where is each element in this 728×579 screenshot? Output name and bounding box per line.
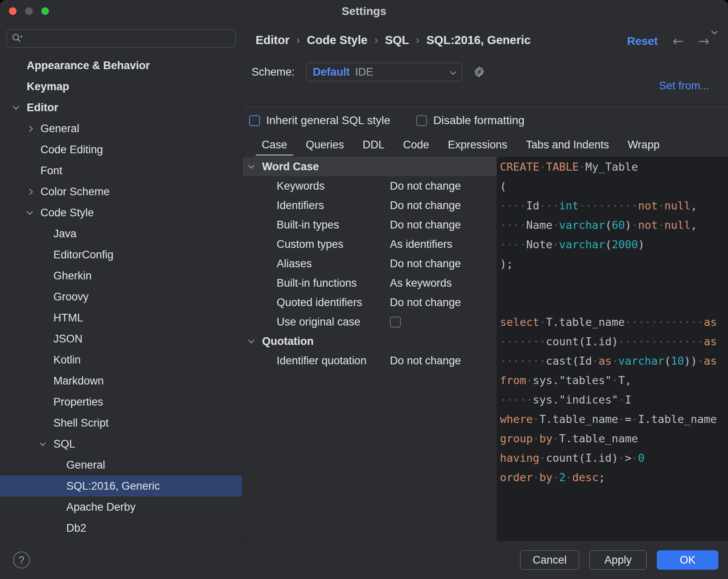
sidebar-item-label: HTML <box>53 312 83 324</box>
sidebar-item-code-editing[interactable]: Code Editing <box>0 139 242 160</box>
sidebar-item-font[interactable]: Font <box>0 160 242 181</box>
sidebar-item-editorconfig[interactable]: EditorConfig <box>0 244 242 265</box>
code-token: My_Table <box>585 161 638 173</box>
search-input[interactable] <box>6 29 236 48</box>
setting-value-dropdown[interactable]: Do not change <box>390 219 461 231</box>
group-header-quotation[interactable]: Quotation <box>243 332 497 351</box>
options-row: Inherit general SQL style Disable format… <box>249 109 525 132</box>
sidebar-item-label: Color Scheme <box>40 186 110 198</box>
sidebar-item-groovy[interactable]: Groovy <box>0 286 242 307</box>
code-token: · <box>631 413 638 425</box>
sidebar-item-label: Java <box>53 228 76 240</box>
sidebar-item-label: Gherkin <box>53 270 92 282</box>
disable-formatting-checkbox[interactable] <box>416 115 427 126</box>
sidebar-item-properties[interactable]: Properties <box>0 391 242 412</box>
inherit-sql-style-checkbox[interactable] <box>249 115 260 126</box>
scheme-select[interactable]: Default IDE <box>306 63 462 81</box>
tab-tabs-and-indents[interactable]: Tabs and Indents <box>516 133 618 157</box>
sidebar-item-keymap[interactable]: Keymap <box>0 76 242 97</box>
code-token: Id <box>526 199 540 212</box>
sidebar-item-label: Appearance & Behavior <box>27 59 150 72</box>
sidebar-item-json[interactable]: JSON <box>0 328 242 349</box>
help-button[interactable]: ? <box>13 552 30 568</box>
tab-expressions[interactable]: Expressions <box>438 133 516 157</box>
setting-value-dropdown[interactable]: Do not change <box>390 199 461 212</box>
tab-queries[interactable]: Queries <box>296 133 353 157</box>
zoom-window-button[interactable] <box>41 7 49 15</box>
back-icon[interactable]: ← <box>673 34 684 48</box>
sidebar-item-gherkin[interactable]: Gherkin <box>0 265 242 286</box>
sidebar-item-editor[interactable]: Editor <box>0 97 242 118</box>
sidebar-item-sql-2016-generic[interactable]: SQL:2016, Generic <box>0 475 242 497</box>
close-window-button[interactable] <box>9 7 17 15</box>
tab-code[interactable]: Code <box>394 133 439 157</box>
chevron-right-icon: › <box>296 34 300 46</box>
sidebar-item-general[interactable]: General <box>0 118 242 139</box>
code-token: · <box>631 452 638 464</box>
tab-ddl[interactable]: DDL <box>353 133 394 157</box>
sidebar-item-kotlin[interactable]: Kotlin <box>0 349 242 370</box>
cancel-button[interactable]: Cancel <box>520 550 579 570</box>
case-settings-list: Word CaseKeywordsDo not changeIdentifier… <box>243 157 497 541</box>
sidebar-item-markdown[interactable]: Markdown <box>0 370 242 391</box>
ok-button[interactable]: OK <box>657 550 718 570</box>
use-original-case-checkbox[interactable] <box>390 317 401 328</box>
sidebar-item-code-style[interactable]: Code Style <box>0 202 242 223</box>
sidebar-item-label: Font <box>40 165 62 177</box>
code-token: sys."indices" <box>533 393 618 406</box>
sidebar-item-db2[interactable]: Db2 <box>0 518 242 539</box>
gear-icon[interactable] <box>473 66 486 78</box>
apply-button[interactable]: Apply <box>589 550 647 570</box>
sidebar-item-html[interactable]: HTML <box>0 307 242 328</box>
chevron-right-icon[interactable] <box>28 190 40 194</box>
forward-icon[interactable]: → <box>698 34 709 48</box>
breadcrumb-item-sql[interactable]: SQL <box>385 34 409 47</box>
tab-case[interactable]: Case <box>252 133 296 157</box>
code-token: varchar <box>559 219 605 231</box>
minimize-window-button[interactable] <box>25 7 33 15</box>
chevron-right-icon[interactable] <box>28 127 40 131</box>
code-token: from <box>500 374 526 387</box>
chevron-down-icon[interactable] <box>40 443 53 445</box>
sidebar-item-appearance-behavior[interactable]: Appearance & Behavior <box>0 55 242 76</box>
tab-wrapp[interactable]: Wrapp <box>618 133 669 157</box>
code-token: ······· <box>500 355 546 367</box>
setting-value-dropdown[interactable]: As identifiers <box>390 238 453 251</box>
sidebar-item-label: Shell Script <box>53 417 109 429</box>
breadcrumb-item-editor[interactable]: Editor <box>256 34 290 47</box>
sidebar-item-shell-script[interactable]: Shell Script <box>0 412 242 433</box>
code-token: ···· <box>500 219 526 231</box>
header-divider <box>243 107 728 108</box>
sidebar-item-label: Code Editing <box>40 144 103 156</box>
sidebar-item-java[interactable]: Java <box>0 223 242 244</box>
scheme-value: Default <box>313 66 350 78</box>
setting-value-dropdown[interactable]: Do not change <box>390 180 461 192</box>
reset-button[interactable]: Reset <box>627 35 658 48</box>
code-line: ·····sys."indices"·I <box>500 390 728 410</box>
sidebar-item-color-scheme[interactable]: Color Scheme <box>0 181 242 202</box>
group-header-word-case[interactable]: Word Case <box>243 157 497 176</box>
sidebar-item-general[interactable]: General <box>0 454 242 475</box>
chevron-down-icon[interactable] <box>28 211 40 214</box>
setting-value-dropdown[interactable]: Do not change <box>390 355 461 367</box>
set-from-link[interactable]: Set from... <box>659 80 709 92</box>
chevron-down-icon[interactable] <box>14 106 27 109</box>
code-token: Name <box>526 219 552 231</box>
code-token: desc <box>572 471 599 484</box>
setting-value-dropdown[interactable]: Do not change <box>390 258 461 270</box>
code-token: 60 <box>612 219 625 231</box>
code-line: where·T.table_name·=·I.table_name <box>500 410 728 429</box>
tabs-overflow-chevron-down-icon[interactable] <box>712 28 717 35</box>
breadcrumb-item-code-style[interactable]: Code Style <box>307 34 368 47</box>
chevron-down-icon[interactable] <box>249 165 262 168</box>
sidebar-item-sql[interactable]: SQL <box>0 433 242 454</box>
sidebar-item-label: Markdown <box>53 375 104 387</box>
code-token: ··· <box>540 199 559 212</box>
sidebar-item-apache-derby[interactable]: Apache Derby <box>0 497 242 518</box>
setting-value-dropdown[interactable]: As keywords <box>390 277 452 290</box>
setting-value-dropdown[interactable]: Do not change <box>390 296 461 309</box>
settings-tree: Appearance & BehaviorKeymapEditorGeneral… <box>0 55 242 539</box>
code-token: · <box>540 161 546 173</box>
chevron-down-icon[interactable] <box>249 340 262 342</box>
group-title: Quotation <box>262 335 313 348</box>
